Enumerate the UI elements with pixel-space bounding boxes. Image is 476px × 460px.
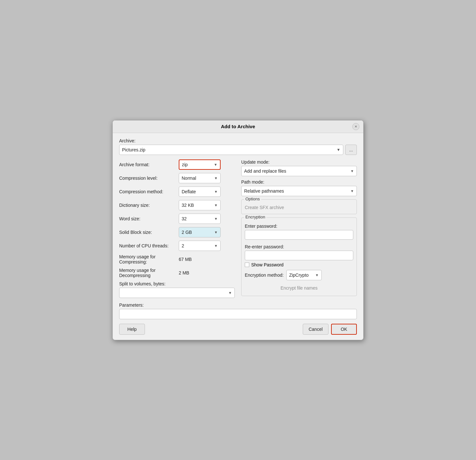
path-mode-section: Path mode: Relative pathnames ▼: [241, 179, 357, 196]
reenter-password-input[interactable]: [245, 251, 353, 260]
encryption-method-row: Encryption method: ZipCrypto ▼: [245, 270, 353, 280]
right-column: Update mode: Add and replace files ▼ Pat…: [241, 159, 357, 299]
compression-method-arrow: ▼: [214, 190, 218, 194]
reenter-password-label: Re-enter password:: [245, 244, 353, 249]
button-row: Help Cancel OK: [119, 324, 357, 335]
create-sfx-button[interactable]: Create SFX archive: [245, 204, 353, 211]
compression-method-select[interactable]: Deflate ▼: [179, 187, 221, 197]
show-password-label: Show Password: [251, 262, 283, 267]
split-volumes-label: Split to volumes, bytes:: [119, 281, 235, 286]
word-size-value: 32: [182, 216, 187, 221]
archive-format-value: zip: [182, 162, 188, 167]
cpu-threads-label: Number of CPU threads:: [119, 243, 179, 248]
path-mode-label: Path mode:: [241, 179, 357, 185]
split-volumes-section: Split to volumes, bytes: ▼: [119, 281, 235, 298]
solid-block-size-value: 2 GB: [182, 230, 192, 235]
enter-password-label: Enter password:: [245, 224, 353, 229]
update-mode-arrow: ▼: [350, 169, 354, 173]
browse-button[interactable]: ...: [345, 145, 357, 155]
left-column: Archive format: zip ▼ Compression level:…: [119, 159, 235, 299]
path-mode-value: Relative pathnames: [244, 188, 284, 194]
compression-level-label: Compression level:: [119, 176, 179, 181]
cancel-button[interactable]: Cancel: [303, 324, 328, 335]
show-password-row: Show Password: [245, 262, 353, 267]
solid-block-size-row: Solid Block size: 2 GB ▼: [119, 227, 235, 237]
word-size-select[interactable]: 32 ▼: [179, 214, 221, 224]
right-buttons: Cancel OK: [303, 324, 357, 335]
encryption-method-label: Encryption method:: [245, 273, 284, 278]
encryption-section: Encryption Enter password: Re-enter pass…: [241, 217, 357, 296]
encryption-title: Encryption: [244, 215, 266, 219]
cpu-threads-value: 2: [182, 243, 184, 248]
word-size-arrow: ▼: [214, 217, 218, 221]
parameters-label: Parameters:: [119, 302, 357, 308]
update-mode-label: Update mode:: [241, 159, 357, 165]
update-mode-value: Add and replace files: [244, 168, 286, 174]
dialog-body: Archive: Pictures.zip ▼ ... Archive form…: [113, 133, 363, 340]
show-password-checkbox[interactable]: [245, 263, 249, 267]
dialog-title: Add to Archive: [124, 124, 352, 129]
options-group-title: Options: [244, 196, 261, 201]
update-mode-select[interactable]: Add and replace files ▼: [241, 166, 357, 176]
cpu-threads-row: Number of CPU threads: 2 ▼: [119, 241, 235, 251]
solid-block-size-select[interactable]: 2 GB ▼: [179, 227, 221, 237]
enter-password-input[interactable]: [245, 230, 353, 240]
compression-method-value: Deflate: [182, 189, 196, 194]
memory-compressing-row: Memory usage for Compressing: 67 MB: [119, 254, 235, 264]
dictionary-size-value: 32 KB: [182, 203, 194, 208]
compression-level-arrow: ▼: [214, 176, 218, 180]
split-volumes-select[interactable]: ▼: [119, 288, 235, 298]
memory-decompressing-label: Memory usage for Decompressing: [119, 268, 179, 278]
compression-level-row: Compression level: Normal ▼: [119, 173, 235, 183]
word-size-row: Word size: 32 ▼: [119, 214, 235, 224]
parameters-input[interactable]: [119, 309, 357, 319]
memory-compressing-label: Memory usage for Compressing:: [119, 254, 179, 264]
path-mode-arrow: ▼: [350, 189, 354, 193]
archive-format-row: Archive format: zip ▼: [119, 159, 235, 170]
cpu-threads-arrow: ▼: [214, 244, 218, 248]
ok-button[interactable]: OK: [331, 324, 357, 335]
archive-section: Archive: Pictures.zip ▼ ...: [119, 138, 357, 155]
dictionary-size-label: Dictionary size:: [119, 203, 179, 208]
encryption-method-arrow: ▼: [315, 273, 319, 277]
word-size-label: Word size:: [119, 216, 179, 221]
options-group: Options Create SFX archive: [241, 199, 357, 214]
archive-row: Pictures.zip ▼ ...: [119, 145, 357, 155]
compression-level-select[interactable]: Normal ▼: [179, 173, 221, 183]
archive-value: Pictures.zip: [122, 147, 145, 152]
archive-label: Archive:: [119, 138, 357, 143]
solid-block-size-label: Solid Block size:: [119, 230, 179, 235]
memory-decompressing-value: 2 MB: [179, 270, 189, 275]
dictionary-size-arrow: ▼: [214, 203, 218, 207]
update-mode-section: Update mode: Add and replace files ▼: [241, 159, 357, 176]
dictionary-size-select[interactable]: 32 KB ▼: [179, 200, 221, 210]
encryption-method-value: ZipCrypto: [289, 273, 309, 278]
title-bar: Add to Archive ×: [113, 120, 363, 133]
archive-format-select[interactable]: zip ▼: [179, 159, 221, 170]
compression-method-row: Compression method: Deflate ▼: [119, 187, 235, 197]
close-button[interactable]: ×: [352, 123, 359, 130]
memory-decompressing-row: Memory usage for Decompressing 2 MB: [119, 268, 235, 278]
encrypt-file-names-button[interactable]: Encrypt file names: [245, 283, 353, 293]
archive-dropdown-arrow: ▼: [337, 148, 340, 152]
parameters-section: Parameters:: [119, 302, 357, 319]
dictionary-size-row: Dictionary size: 32 KB ▼: [119, 200, 235, 210]
memory-compressing-value: 67 MB: [179, 257, 192, 262]
compression-method-label: Compression method:: [119, 189, 179, 194]
help-button[interactable]: Help: [119, 324, 145, 335]
split-volumes-arrow: ▼: [228, 291, 232, 295]
add-to-archive-dialog: Add to Archive × Archive: Pictures.zip ▼…: [112, 120, 364, 340]
archive-format-arrow: ▼: [214, 163, 217, 167]
path-mode-select[interactable]: Relative pathnames ▼: [241, 186, 357, 196]
solid-block-size-arrow: ▼: [214, 230, 218, 234]
archive-input[interactable]: Pictures.zip ▼: [119, 145, 343, 155]
encryption-method-select[interactable]: ZipCrypto ▼: [286, 270, 322, 280]
compression-level-value: Normal: [182, 176, 196, 181]
two-col-layout: Archive format: zip ▼ Compression level:…: [119, 159, 357, 299]
archive-format-label: Archive format:: [119, 162, 179, 167]
cpu-threads-select[interactable]: 2 ▼: [179, 241, 221, 251]
